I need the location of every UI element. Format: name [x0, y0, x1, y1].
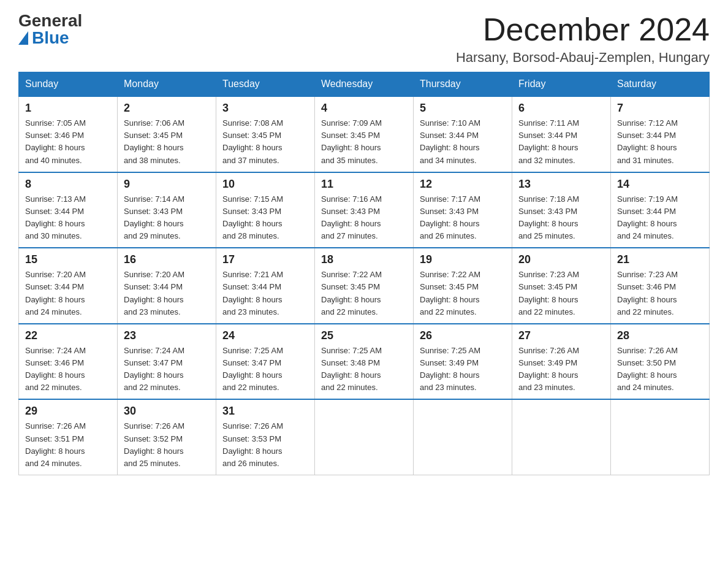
calendar-day-cell: 24Sunrise: 7:25 AMSunset: 3:47 PMDayligh… — [216, 324, 315, 400]
day-info: Sunrise: 7:08 AMSunset: 3:45 PMDaylight:… — [222, 117, 308, 167]
calendar-day-cell: 11Sunrise: 7:16 AMSunset: 3:43 PMDayligh… — [315, 172, 414, 248]
day-number: 26 — [420, 329, 506, 342]
calendar-day-cell: 13Sunrise: 7:18 AMSunset: 3:43 PMDayligh… — [512, 172, 611, 248]
logo-general-text: General — [18, 12, 82, 29]
day-number: 29 — [25, 405, 111, 418]
calendar-day-cell: 28Sunrise: 7:26 AMSunset: 3:50 PMDayligh… — [611, 324, 710, 400]
calendar-day-cell: 15Sunrise: 7:20 AMSunset: 3:44 PMDayligh… — [19, 248, 118, 324]
day-number: 5 — [420, 102, 506, 115]
calendar-day-cell: 8Sunrise: 7:13 AMSunset: 3:44 PMDaylight… — [19, 172, 118, 248]
day-number: 11 — [321, 178, 407, 191]
calendar-day-cell: 6Sunrise: 7:11 AMSunset: 3:44 PMDaylight… — [512, 96, 611, 172]
day-info: Sunrise: 7:24 AMSunset: 3:47 PMDaylight:… — [124, 345, 210, 394]
calendar-day-cell: 23Sunrise: 7:24 AMSunset: 3:47 PMDayligh… — [118, 324, 216, 400]
logo-triangle-icon — [18, 31, 28, 45]
day-number: 28 — [617, 329, 703, 342]
day-number: 21 — [617, 253, 703, 266]
day-info: Sunrise: 7:17 AMSunset: 3:43 PMDaylight:… — [420, 193, 506, 243]
day-info: Sunrise: 7:26 AMSunset: 3:52 PMDaylight:… — [124, 420, 210, 470]
day-info: Sunrise: 7:10 AMSunset: 3:44 PMDaylight:… — [420, 117, 506, 167]
calendar-day-cell: 25Sunrise: 7:25 AMSunset: 3:48 PMDayligh… — [315, 324, 414, 400]
calendar-header-saturday: Saturday — [611, 72, 710, 97]
day-number: 16 — [124, 253, 210, 266]
day-info: Sunrise: 7:09 AMSunset: 3:45 PMDaylight:… — [321, 117, 407, 167]
day-info: Sunrise: 7:13 AMSunset: 3:44 PMDaylight:… — [25, 193, 111, 243]
location-title: Harsany, Borsod-Abauj-Zemplen, Hungary — [456, 50, 710, 66]
day-info: Sunrise: 7:22 AMSunset: 3:45 PMDaylight:… — [321, 269, 407, 318]
calendar-day-cell: 31Sunrise: 7:26 AMSunset: 3:53 PMDayligh… — [216, 399, 315, 475]
day-number: 13 — [518, 178, 604, 191]
calendar-day-cell: 26Sunrise: 7:25 AMSunset: 3:49 PMDayligh… — [414, 324, 512, 400]
day-info: Sunrise: 7:23 AMSunset: 3:46 PMDaylight:… — [617, 269, 703, 318]
logo-blue-row: Blue — [18, 29, 69, 47]
calendar-header-tuesday: Tuesday — [216, 72, 315, 97]
day-number: 3 — [222, 102, 308, 115]
calendar-week-row: 22Sunrise: 7:24 AMSunset: 3:46 PMDayligh… — [19, 324, 710, 400]
calendar-week-row: 1Sunrise: 7:05 AMSunset: 3:46 PMDaylight… — [19, 96, 710, 172]
day-info: Sunrise: 7:23 AMSunset: 3:45 PMDaylight:… — [518, 269, 604, 318]
day-number: 22 — [25, 329, 111, 342]
logo-blue-text: Blue — [32, 29, 69, 47]
day-info: Sunrise: 7:26 AMSunset: 3:51 PMDaylight:… — [25, 420, 111, 470]
day-number: 19 — [420, 253, 506, 266]
day-number: 12 — [420, 178, 506, 191]
calendar-day-cell: 10Sunrise: 7:15 AMSunset: 3:43 PMDayligh… — [216, 172, 315, 248]
calendar-week-row: 15Sunrise: 7:20 AMSunset: 3:44 PMDayligh… — [19, 248, 710, 324]
day-number: 25 — [321, 329, 407, 342]
day-number: 1 — [25, 102, 111, 115]
calendar-day-cell: 7Sunrise: 7:12 AMSunset: 3:44 PMDaylight… — [611, 96, 710, 172]
day-info: Sunrise: 7:25 AMSunset: 3:48 PMDaylight:… — [321, 345, 407, 394]
day-number: 17 — [222, 253, 308, 266]
calendar-header-sunday: Sunday — [19, 72, 118, 97]
day-info: Sunrise: 7:25 AMSunset: 3:49 PMDaylight:… — [420, 345, 506, 394]
calendar-day-cell: 16Sunrise: 7:20 AMSunset: 3:44 PMDayligh… — [118, 248, 216, 324]
calendar-day-cell: 27Sunrise: 7:26 AMSunset: 3:49 PMDayligh… — [512, 324, 611, 400]
day-info: Sunrise: 7:21 AMSunset: 3:44 PMDaylight:… — [222, 269, 308, 318]
day-number: 7 — [617, 102, 703, 115]
day-info: Sunrise: 7:26 AMSunset: 3:50 PMDaylight:… — [617, 345, 703, 394]
day-number: 9 — [124, 178, 210, 191]
calendar-day-cell: 12Sunrise: 7:17 AMSunset: 3:43 PMDayligh… — [414, 172, 512, 248]
day-info: Sunrise: 7:20 AMSunset: 3:44 PMDaylight:… — [25, 269, 111, 318]
day-info: Sunrise: 7:18 AMSunset: 3:43 PMDaylight:… — [518, 193, 604, 243]
calendar-header-thursday: Thursday — [414, 72, 512, 97]
day-number: 27 — [518, 329, 604, 342]
calendar-day-cell: 5Sunrise: 7:10 AMSunset: 3:44 PMDaylight… — [414, 96, 512, 172]
day-info: Sunrise: 7:11 AMSunset: 3:44 PMDaylight:… — [518, 117, 604, 167]
day-number: 4 — [321, 102, 407, 115]
calendar-day-cell: 3Sunrise: 7:08 AMSunset: 3:45 PMDaylight… — [216, 96, 315, 172]
empty-cell — [315, 399, 414, 475]
day-number: 6 — [518, 102, 604, 115]
day-number: 20 — [518, 253, 604, 266]
calendar-header-row: SundayMondayTuesdayWednesdayThursdayFrid… — [19, 72, 710, 97]
day-info: Sunrise: 7:25 AMSunset: 3:47 PMDaylight:… — [222, 345, 308, 394]
calendar-day-cell: 30Sunrise: 7:26 AMSunset: 3:52 PMDayligh… — [118, 399, 216, 475]
empty-cell — [611, 399, 710, 475]
day-number: 18 — [321, 253, 407, 266]
logo: General Blue — [18, 12, 82, 47]
calendar-day-cell: 2Sunrise: 7:06 AMSunset: 3:45 PMDaylight… — [118, 96, 216, 172]
title-block: December 2024 Harsany, Borsod-Abauj-Zemp… — [456, 12, 710, 66]
calendar-day-cell: 9Sunrise: 7:14 AMSunset: 3:43 PMDaylight… — [118, 172, 216, 248]
day-info: Sunrise: 7:06 AMSunset: 3:45 PMDaylight:… — [124, 117, 210, 167]
day-number: 10 — [222, 178, 308, 191]
day-number: 14 — [617, 178, 703, 191]
day-number: 8 — [25, 178, 111, 191]
calendar-day-cell: 22Sunrise: 7:24 AMSunset: 3:46 PMDayligh… — [19, 324, 118, 400]
calendar-day-cell: 18Sunrise: 7:22 AMSunset: 3:45 PMDayligh… — [315, 248, 414, 324]
day-number: 24 — [222, 329, 308, 342]
day-info: Sunrise: 7:24 AMSunset: 3:46 PMDaylight:… — [25, 345, 111, 394]
calendar-table: SundayMondayTuesdayWednesdayThursdayFrid… — [18, 72, 710, 475]
calendar-header-friday: Friday — [512, 72, 611, 97]
month-title: December 2024 — [456, 12, 710, 47]
calendar-day-cell: 1Sunrise: 7:05 AMSunset: 3:46 PMDaylight… — [19, 96, 118, 172]
page-header: General Blue December 2024 Harsany, Bors… — [18, 12, 710, 66]
day-info: Sunrise: 7:15 AMSunset: 3:43 PMDaylight:… — [222, 193, 308, 243]
calendar-day-cell: 17Sunrise: 7:21 AMSunset: 3:44 PMDayligh… — [216, 248, 315, 324]
calendar-day-cell: 14Sunrise: 7:19 AMSunset: 3:44 PMDayligh… — [611, 172, 710, 248]
empty-cell — [414, 399, 512, 475]
day-number: 15 — [25, 253, 111, 266]
day-info: Sunrise: 7:16 AMSunset: 3:43 PMDaylight:… — [321, 193, 407, 243]
calendar-day-cell: 20Sunrise: 7:23 AMSunset: 3:45 PMDayligh… — [512, 248, 611, 324]
calendar-header-monday: Monday — [118, 72, 216, 97]
